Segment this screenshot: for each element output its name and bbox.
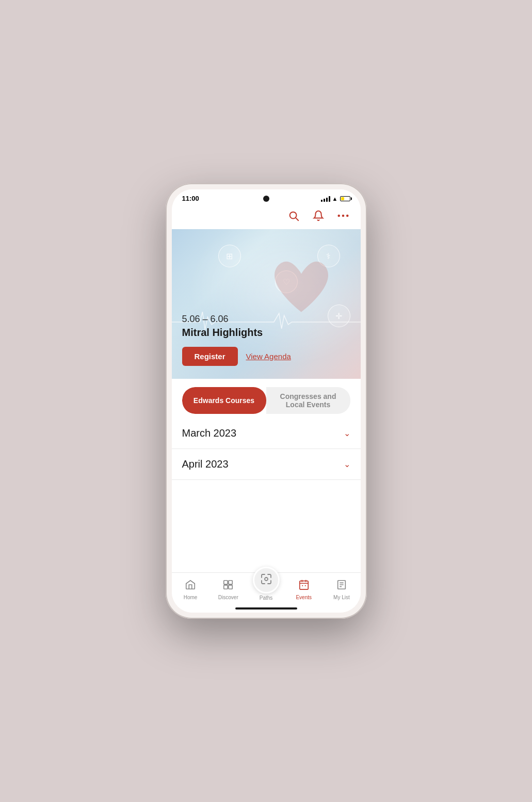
svg-point-4 [346,215,348,217]
months-section: March 2023 ⌄ April 2023 ⌄ [172,418,361,572]
svg-rect-6 [229,581,232,584]
nav-label-paths: Paths [260,595,273,601]
svg-rect-8 [229,585,232,589]
tab-congresses[interactable]: Congresses and Local Events [266,387,350,414]
home-indicator [235,607,297,609]
phone-frame: 11:00 ▲ [166,183,367,619]
hero-buttons: Register View Agenda [182,347,350,366]
register-button[interactable]: Register [182,347,238,366]
paths-circle [253,567,280,594]
search-button[interactable] [286,208,301,223]
svg-line-1 [296,218,298,220]
status-bar: 11:00 ▲ [172,189,361,204]
tabs-row: Edwards Courses Congresses and Local Eve… [182,387,350,414]
tabs-section: Edwards Courses Congresses and Local Eve… [172,379,361,418]
phone-screen: 11:00 ▲ [172,189,361,613]
camera-notch [263,196,269,202]
svg-rect-10 [299,581,308,590]
discover-icon [222,579,234,593]
svg-point-9 [265,578,268,581]
month-item-march[interactable]: March 2023 ⌄ [172,418,361,449]
my-list-icon [336,579,347,593]
view-agenda-button[interactable]: View Agenda [246,352,291,361]
nav-item-paths[interactable]: Paths [247,577,285,602]
notifications-button[interactable] [311,208,326,223]
battery-icon [340,196,350,201]
chevron-down-icon-april: ⌄ [344,459,350,469]
home-icon [185,579,196,593]
status-time: 11:00 [182,195,199,202]
signal-icon [321,196,330,202]
wifi-icon: ▲ [332,196,338,202]
event-date: 5.06 – 6.06 [182,314,350,325]
month-label-march: March 2023 [182,427,237,439]
nav-label-my-list: My List [333,595,350,600]
svg-rect-7 [224,585,228,589]
nav-item-home[interactable]: Home [172,577,209,602]
svg-rect-5 [224,581,228,584]
paths-icon [260,573,272,588]
app-header [172,204,361,229]
month-label-april: April 2023 [182,458,229,470]
nav-label-discover: Discover [218,595,238,600]
status-icons: ▲ [321,196,350,202]
events-icon [298,579,310,593]
hero-content: 5.06 – 6.06 Mitral Highlights Register V… [182,314,350,366]
nav-item-events[interactable]: Events [285,577,323,602]
tab-edwards-courses[interactable]: Edwards Courses [182,387,266,414]
more-options-button[interactable] [336,208,350,223]
nav-item-my-list[interactable]: My List [323,577,360,602]
nav-item-discover[interactable]: Discover [209,577,247,602]
medical-icon-1: ⊞ [218,245,241,267]
month-item-april[interactable]: April 2023 ⌄ [172,449,361,480]
chevron-down-icon-march: ⌄ [344,428,350,438]
bottom-nav: Home Discover [172,572,361,613]
hero-banner: ⊞ ♡ ⚕ ✛ 5.06 – 6.06 Mitral Highlights Re… [172,229,361,379]
svg-point-2 [337,215,340,217]
svg-point-3 [342,215,344,217]
nav-label-home: Home [184,595,198,600]
event-title: Mitral Highlights [182,327,350,339]
nav-label-events: Events [296,595,312,600]
